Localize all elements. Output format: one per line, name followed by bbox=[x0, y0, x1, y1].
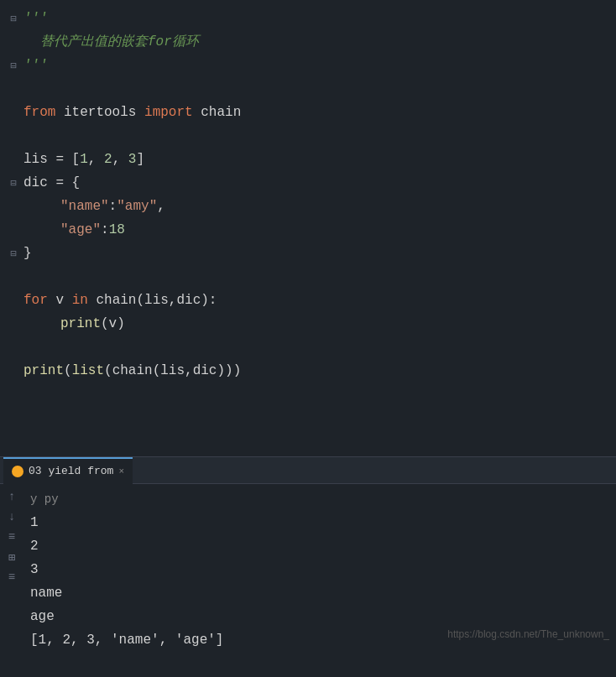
code-text: "name":"amy", bbox=[20, 195, 165, 217]
code-editor: ⊟ ''' 替代产出值的嵌套for循环 ⊟ ''' from itertools… bbox=[0, 0, 616, 457]
watermark: https://blog.csdn.net/The_unknown_ bbox=[447, 623, 609, 645]
code-line: print(list(chain(lis,dic))) bbox=[0, 359, 616, 383]
code-text: lis = [1, 2, 3] bbox=[20, 148, 144, 170]
code-text: ''' bbox=[20, 8, 48, 29]
code-line: from itertools import chain bbox=[0, 101, 616, 124]
code-line: ⊟ dic = { bbox=[0, 171, 616, 195]
list-button[interactable]: ≡ bbox=[3, 568, 21, 586]
output-line-4: name bbox=[0, 581, 616, 605]
code-line: lis = [1, 2, 3] bbox=[0, 148, 616, 171]
tab-label: 03 yield from bbox=[29, 465, 113, 477]
code-text bbox=[20, 78, 32, 100]
fold-icon bbox=[7, 106, 20, 119]
code-text bbox=[20, 336, 32, 358]
code-line bbox=[0, 336, 616, 359]
output-value: age bbox=[30, 606, 55, 628]
code-text: } bbox=[20, 242, 32, 264]
fold-icon[interactable]: ⊟ bbox=[7, 176, 20, 190]
output-value: 2 bbox=[30, 535, 39, 557]
tab-bar: 03 yield from × bbox=[0, 457, 616, 484]
fold-icon bbox=[7, 82, 20, 96]
fold-icon bbox=[7, 129, 20, 143]
code-text bbox=[20, 125, 32, 147]
code-line: ⊟ ''' bbox=[0, 7, 616, 30]
code-line: "age":18 bbox=[0, 218, 616, 242]
fold-icon bbox=[7, 341, 20, 354]
fold-icon bbox=[7, 223, 20, 237]
fold-icon bbox=[7, 153, 20, 166]
fold-icon bbox=[7, 294, 20, 307]
code-line bbox=[0, 265, 616, 289]
code-text: for v in chain(lis,dic): bbox=[20, 289, 217, 311]
output-line-1: 1 bbox=[0, 511, 616, 534]
code-line: for v in chain(lis,dic): bbox=[0, 289, 616, 312]
fold-icon bbox=[7, 317, 20, 331]
output-line-6: [1, 2, 3, 'name', 'age'] https://blog.cs… bbox=[0, 628, 616, 652]
code-line: ⊟ } bbox=[0, 242, 616, 265]
tab-item[interactable]: 03 yield from × bbox=[3, 457, 133, 484]
code-line: "name":"amy", bbox=[0, 195, 616, 218]
fold-icon bbox=[7, 364, 20, 378]
menu-button[interactable]: ≡ bbox=[3, 528, 21, 546]
fold-icon[interactable]: ⊟ bbox=[7, 12, 20, 25]
code-text: ''' bbox=[20, 55, 48, 76]
output-line-3: 3 bbox=[0, 558, 616, 581]
grid-button[interactable]: ⊞ bbox=[3, 548, 21, 566]
output-header-text: y py bbox=[30, 488, 59, 510]
fold-icon bbox=[7, 270, 20, 284]
output-header: y py bbox=[0, 487, 616, 511]
output-value: [1, 2, 3, 'name', 'age'] bbox=[30, 629, 223, 651]
output-value: 1 bbox=[30, 512, 39, 534]
fold-icon[interactable]: ⊟ bbox=[7, 59, 20, 72]
code-text: 替代产出值的嵌套for循环 bbox=[20, 31, 199, 53]
code-line: 替代产出值的嵌套for循环 bbox=[0, 30, 616, 54]
fold-icon bbox=[7, 35, 20, 49]
down-button[interactable]: ↓ bbox=[3, 508, 21, 526]
code-text: from itertools import chain bbox=[20, 102, 241, 123]
output-value: name bbox=[30, 582, 62, 604]
output-area: ↑ ↓ ≡ ⊞ ≡ y py 1 2 3 name age bbox=[0, 484, 616, 677]
code-text: print(v) bbox=[20, 313, 125, 335]
python-icon bbox=[12, 466, 23, 477]
tab-close-button[interactable]: × bbox=[118, 466, 124, 477]
code-text: print(list(chain(lis,dic))) bbox=[20, 360, 241, 382]
bottom-panel: 03 yield from × ↑ ↓ ≡ ⊞ ≡ y py 1 2 bbox=[0, 457, 616, 677]
code-text: dic = { bbox=[20, 172, 80, 194]
code-line bbox=[0, 124, 616, 148]
output-line-2: 2 bbox=[0, 534, 616, 558]
code-text: "age":18 bbox=[20, 219, 125, 241]
up-button[interactable]: ↑ bbox=[3, 487, 21, 506]
code-line: ⊟ ''' bbox=[0, 54, 616, 77]
code-text bbox=[20, 266, 32, 288]
code-line: print(v) bbox=[0, 312, 616, 336]
fold-icon[interactable]: ⊟ bbox=[7, 247, 20, 260]
output-value: 3 bbox=[30, 559, 39, 581]
code-line bbox=[0, 77, 616, 101]
fold-icon bbox=[7, 200, 20, 213]
